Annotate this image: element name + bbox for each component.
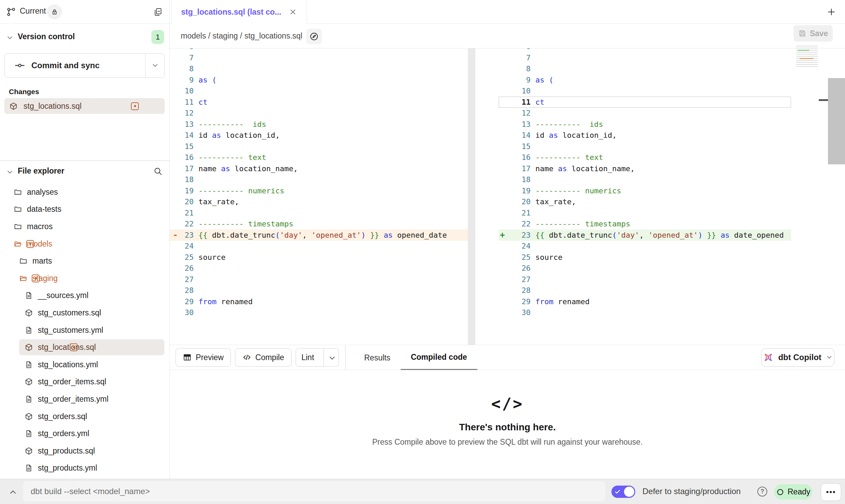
code-line[interactable]: 9as ( bbox=[170, 74, 468, 86]
file-tree-item[interactable]: analyses bbox=[0, 183, 169, 201]
code-line[interactable]: 14id as location_id, bbox=[170, 130, 468, 141]
file-tree-item[interactable]: stg_products.sql bbox=[0, 442, 169, 460]
save-button[interactable]: Save bbox=[794, 25, 833, 42]
diff-pane-right[interactable]: 6789as (1011ct1213---------- ids14id as … bbox=[499, 48, 791, 345]
code-line[interactable]: 7 bbox=[170, 52, 468, 63]
code-line[interactable]: 19---------- numerics bbox=[170, 185, 468, 196]
code-line[interactable]: 19---------- numerics bbox=[499, 185, 791, 196]
code-line[interactable]: 25source bbox=[499, 252, 791, 263]
code-line[interactable]: 22---------- timestamps bbox=[170, 218, 468, 229]
code-line[interactable]: 28 bbox=[499, 285, 791, 296]
code-line[interactable]: 20tax_rate, bbox=[499, 196, 791, 207]
commit-and-sync-button[interactable]: Commit and sync bbox=[4, 53, 165, 78]
minimap[interactable] bbox=[796, 46, 818, 67]
code-line[interactable]: 25source bbox=[170, 252, 468, 263]
code-line[interactable]: 12 bbox=[170, 107, 468, 119]
tab-compiled-code[interactable]: Compiled code bbox=[401, 345, 477, 370]
code-line[interactable]: 8 bbox=[170, 63, 468, 74]
file-tree-item[interactable]: __sources.yml bbox=[0, 287, 169, 305]
left-pane-scrollbar[interactable] bbox=[468, 48, 475, 345]
lineage-compass-icon[interactable] bbox=[306, 29, 322, 44]
file-tree-item[interactable]: stg_locations.sql bbox=[0, 339, 169, 356]
lint-button[interactable]: Lint bbox=[296, 348, 339, 367]
more-options-button[interactable]: ••• bbox=[821, 483, 841, 501]
file-tree-item[interactable]: macros bbox=[0, 218, 169, 235]
changed-file-row[interactable]: stg_locations.sql bbox=[4, 98, 165, 114]
code-line[interactable]: 30 bbox=[170, 307, 468, 318]
code-line[interactable]: 17name as location_name, bbox=[170, 163, 468, 174]
file-tree-item[interactable]: marts bbox=[0, 252, 169, 270]
file-tree-item[interactable]: stg_order_items.sql bbox=[0, 373, 169, 391]
dbt-copilot-button[interactable]: dbt Copilot bbox=[761, 348, 834, 367]
code-line[interactable]: 27 bbox=[499, 274, 791, 285]
code-line[interactable]: 24 bbox=[499, 240, 791, 252]
commit-options-button[interactable] bbox=[145, 54, 164, 77]
help-icon[interactable]: ? bbox=[757, 487, 767, 496]
code-line[interactable]: 21 bbox=[499, 207, 791, 219]
close-icon[interactable] bbox=[289, 8, 297, 16]
command-input[interactable]: dbt build --select <model_name> bbox=[23, 481, 605, 502]
code-line[interactable]: +23{{ dbt.date_trunc('day', 'opened_at')… bbox=[499, 229, 791, 241]
code-line[interactable]: 14id as location_id, bbox=[499, 130, 791, 141]
code-line[interactable]: 13---------- ids bbox=[170, 119, 468, 130]
code-line[interactable]: 21 bbox=[170, 207, 468, 219]
code-line[interactable]: 16---------- text bbox=[499, 152, 791, 163]
search-icon[interactable] bbox=[153, 166, 163, 176]
code-line[interactable]: 6 bbox=[499, 48, 791, 52]
file-explorer-header[interactable]: File explorer bbox=[0, 161, 169, 183]
code-line[interactable]: 22---------- timestamps bbox=[499, 218, 791, 229]
compile-button[interactable]: Compile bbox=[235, 348, 292, 367]
code-line[interactable]: 26 bbox=[499, 263, 791, 274]
tab-stg-locations-sql[interactable]: stg_locations.sql (last co... bbox=[172, 0, 307, 24]
code-line[interactable]: 18 bbox=[499, 174, 791, 185]
code-line[interactable]: 11ct bbox=[170, 97, 468, 108]
file-tree-item[interactable]: staging bbox=[0, 270, 169, 287]
status-badge[interactable]: Ready bbox=[774, 484, 812, 500]
code-line[interactable]: 26 bbox=[170, 263, 468, 274]
code-line[interactable]: 16---------- text bbox=[170, 152, 468, 163]
file-tree-item[interactable]: models bbox=[0, 235, 169, 253]
code-line[interactable]: 30 bbox=[499, 307, 791, 318]
code-line[interactable]: 18 bbox=[170, 174, 468, 185]
code-line[interactable]: 7 bbox=[499, 52, 791, 63]
file-tree-item[interactable]: stg_orders.sql bbox=[0, 408, 169, 425]
breadcrumb[interactable]: models / staging / stg_locations.sql bbox=[181, 31, 302, 41]
tab-results[interactable]: Results bbox=[354, 345, 401, 370]
file-tree-item[interactable]: stg_orders.yml bbox=[0, 425, 169, 442]
editor-scrollbar-thumb[interactable] bbox=[828, 78, 845, 164]
file-tree-item[interactable]: stg_locations.yml bbox=[0, 356, 169, 373]
code-line[interactable]: 15 bbox=[170, 141, 468, 152]
code-line[interactable]: 11ct bbox=[499, 97, 791, 108]
code-line[interactable]: 20tax_rate, bbox=[170, 196, 468, 207]
chevron-up-icon[interactable] bbox=[8, 487, 18, 497]
file-tree-item[interactable]: stg_customers.yml bbox=[0, 322, 169, 339]
code-line[interactable]: 13---------- ids bbox=[499, 119, 791, 130]
code-line[interactable]: 29from renamed bbox=[170, 296, 468, 307]
diff-pane-left[interactable]: 6789as (1011ct1213---------- ids14id as … bbox=[170, 48, 468, 345]
version-control-header[interactable]: Version control 1 bbox=[0, 24, 169, 51]
file-tree-item[interactable]: stg_customers.sql bbox=[0, 304, 169, 322]
code-line[interactable]: 6 bbox=[170, 48, 468, 52]
defer-toggle[interactable] bbox=[611, 486, 635, 498]
file-tree-item[interactable]: stg_products.yml bbox=[0, 460, 169, 477]
code-line[interactable]: 9as ( bbox=[499, 74, 791, 86]
code-line[interactable]: 10 bbox=[170, 85, 468, 97]
code-line[interactable]: 15 bbox=[499, 141, 791, 152]
file-tree-item[interactable]: stg_order_items.yml bbox=[0, 390, 169, 408]
file-tree-item[interactable]: data-tests bbox=[0, 201, 169, 218]
new-tab-plus-icon[interactable] bbox=[827, 7, 836, 17]
code-line[interactable]: 10 bbox=[499, 85, 791, 97]
code-line[interactable]: 8 bbox=[499, 63, 791, 74]
lint-label[interactable]: Lint bbox=[296, 353, 320, 362]
branch-name[interactable]: Current bbox=[20, 6, 46, 16]
code-line[interactable]: 24 bbox=[170, 240, 468, 252]
code-line[interactable]: 27 bbox=[170, 274, 468, 285]
lint-options-button[interactable] bbox=[324, 349, 339, 366]
preview-button[interactable]: Preview bbox=[176, 348, 231, 367]
code-line[interactable]: 12 bbox=[499, 107, 791, 119]
code-line[interactable]: 29from renamed bbox=[499, 296, 791, 307]
copy-icon[interactable] bbox=[153, 7, 163, 17]
code-line[interactable]: 28 bbox=[170, 285, 468, 296]
code-line[interactable]: -23{{ dbt.date_trunc('day', 'opened_at')… bbox=[170, 229, 468, 241]
code-line[interactable]: 17name as location_name, bbox=[499, 163, 791, 174]
